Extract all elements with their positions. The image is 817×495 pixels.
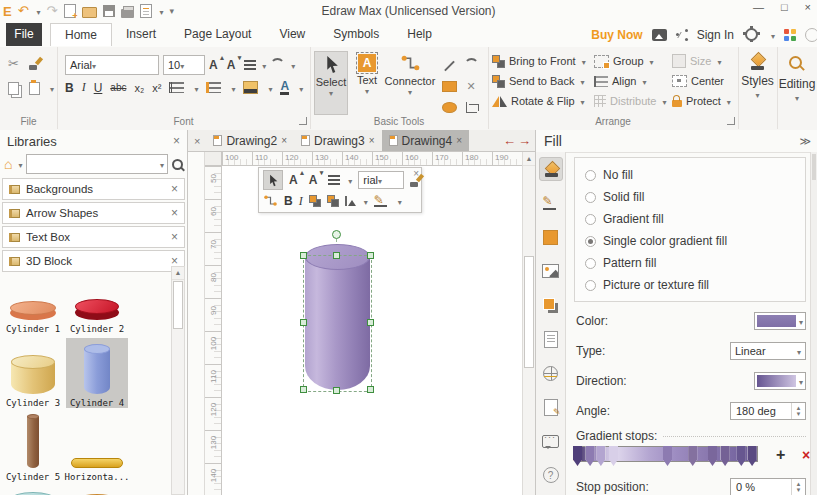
paste-dropdown-icon[interactable] [48, 81, 54, 95]
canvas-scroll-up-icon[interactable]: ▲ [523, 152, 535, 166]
resize-handle-middle-left[interactable] [300, 319, 307, 326]
radio-pattern-fill[interactable]: Pattern fill [585, 252, 805, 274]
select-tool-button[interactable]: Select ▾ [314, 51, 348, 115]
mini-pen-icon[interactable]: ✎ [374, 195, 390, 207]
radio-gradient-fill[interactable]: Gradient fill [585, 208, 805, 230]
customize-toolbar-icon[interactable]: ▾ [170, 6, 175, 16]
protect-button[interactable]: Protect [672, 95, 738, 107]
export-icon[interactable] [140, 4, 152, 18]
mini-increase-font-button[interactable]: A [289, 173, 303, 187]
shape-horizontal-cylinder[interactable]: Horizonta... [66, 412, 128, 482]
tab-scroll-right-icon[interactable]: → [518, 133, 531, 148]
arrange-dialog-launcher-icon[interactable] [727, 117, 735, 125]
settings-dropdown-icon[interactable] [769, 28, 775, 42]
text-arc-dropdown-icon[interactable] [289, 58, 295, 72]
library-item-close-icon[interactable]: × [171, 231, 178, 243]
open-file-icon[interactable] [82, 7, 97, 18]
text-tool-button[interactable]: A Text ▾ [352, 51, 382, 115]
radio-picture-texture-fill[interactable]: Picture or texture fill [585, 274, 805, 296]
rectangle-tool-icon[interactable] [442, 81, 457, 92]
shape-partial-2[interactable] [66, 488, 128, 495]
mini-pen-dropdown-icon[interactable] [396, 194, 402, 208]
delete-stop-button[interactable]: × [802, 448, 810, 462]
picture-tab[interactable] [539, 259, 563, 283]
mini-select-button[interactable] [263, 170, 283, 190]
menu-help[interactable]: Help [393, 23, 446, 46]
note-tab[interactable] [539, 395, 563, 419]
search-history-dropdown-icon[interactable] [158, 157, 164, 171]
font-dialog-launcher-icon[interactable] [299, 117, 307, 125]
mini-bring-to-front-icon[interactable] [309, 195, 321, 207]
mini-font-combo[interactable]: rial [358, 171, 404, 189]
undo-icon[interactable]: ↶ [18, 4, 29, 18]
radio-no-fill[interactable]: No fill [585, 164, 805, 186]
select-dropdown-icon[interactable]: ▾ [329, 90, 333, 98]
font-color-dropdown-icon[interactable] [297, 81, 303, 95]
line-spacing-dropdown-icon[interactable] [192, 81, 198, 95]
bold-button[interactable]: B [65, 81, 74, 95]
maximize-button[interactable]: □ [781, 1, 788, 13]
radio-solid-fill[interactable]: Solid fill [585, 186, 805, 208]
gradient-stop-handle[interactable] [573, 446, 582, 466]
bullet-list-icon[interactable] [206, 82, 221, 93]
tab-close-icon[interactable]: × [456, 135, 462, 146]
mini-spacing-icon[interactable] [345, 196, 356, 206]
mini-spacing-dropdown-icon[interactable] [362, 194, 368, 208]
bring-to-front-button[interactable]: Bring to Front [492, 55, 594, 68]
font-size-combo[interactable]: 10 [163, 55, 205, 75]
library-item-text-box[interactable]: Text Box × [2, 226, 185, 248]
canvas-scroll-thumb[interactable] [524, 256, 534, 368]
text-highlight-dropdown-icon[interactable] [266, 81, 272, 95]
library-home-icon[interactable]: ⌂ [4, 157, 12, 171]
minimize-button[interactable]: — [753, 1, 764, 13]
tab-drawing2[interactable]: Drawing2 × [206, 130, 294, 151]
print-icon[interactable] [121, 9, 134, 18]
underline-button[interactable]: U [94, 81, 103, 95]
tab-drawing3[interactable]: Drawing3 × [294, 130, 382, 151]
resize-handle-bottom-right[interactable] [367, 386, 374, 393]
menu-view[interactable]: View [265, 23, 319, 46]
fill-tab[interactable] [539, 157, 563, 181]
sign-in-button[interactable]: Sign In [697, 28, 734, 42]
crop-tool-icon[interactable] [466, 102, 477, 113]
save-icon[interactable] [103, 5, 115, 17]
text-arc-icon[interactable] [270, 58, 285, 73]
resize-handle-bottom-center[interactable] [333, 387, 340, 394]
tab-scroll-left-icon[interactable]: ← [503, 133, 516, 148]
library-item-close-icon[interactable]: × [171, 207, 178, 219]
mini-italic-button[interactable]: I [299, 194, 303, 209]
resize-handle-top-center[interactable] [333, 252, 340, 259]
distribute-button[interactable]: Distribute [594, 95, 672, 107]
shape-cylinder-5[interactable]: Cylinder 5 [2, 412, 64, 482]
buy-now-button[interactable]: Buy Now [591, 28, 642, 42]
text-align-icon[interactable] [244, 60, 256, 70]
direction-swatch-picker[interactable] [754, 372, 806, 390]
connector-tool-button[interactable]: Connector ▾ [384, 51, 436, 115]
export-dropdown-icon[interactable] [158, 4, 164, 18]
gradient-stop-handle[interactable] [663, 446, 672, 466]
angle-spin-buttons[interactable]: ▲▼ [791, 403, 805, 419]
tab-drawing4[interactable]: Drawing4 × [382, 130, 470, 151]
stop-position-spin-buttons[interactable]: ▲▼ [791, 479, 805, 495]
size-button[interactable]: Size [672, 54, 738, 68]
bullet-list-dropdown-icon[interactable] [229, 81, 235, 95]
gallery-scroll-up-icon[interactable]: ▲ [172, 267, 184, 280]
gradient-stop-handle[interactable] [596, 446, 605, 466]
gallery-scroll-thumb[interactable] [173, 281, 183, 329]
resize-handle-middle-right[interactable] [367, 319, 374, 326]
shape-cylinder-1[interactable]: Cylinder 1 [2, 272, 64, 334]
connector-dropdown-icon[interactable]: ▾ [408, 89, 412, 97]
tab-close-icon[interactable]: × [369, 135, 375, 146]
share-icon[interactable] [676, 29, 688, 41]
library-search-input[interactable] [30, 157, 158, 171]
styles-button[interactable]: Styles ▾ [738, 53, 777, 100]
line-tool-icon[interactable] [444, 60, 455, 71]
decrease-font-button[interactable]: A [227, 58, 241, 72]
mini-format-painter-icon[interactable] [410, 174, 423, 187]
gradient-type-combo[interactable]: Linear [730, 342, 806, 360]
gradient-stop-handle[interactable] [721, 446, 730, 466]
superscript-button[interactable]: x² [152, 82, 161, 94]
canvas-vertical-scrollbar[interactable]: ▲ [522, 152, 535, 495]
ellipse-tool-icon[interactable] [442, 102, 457, 113]
gradient-stops-bar[interactable] [576, 446, 758, 462]
